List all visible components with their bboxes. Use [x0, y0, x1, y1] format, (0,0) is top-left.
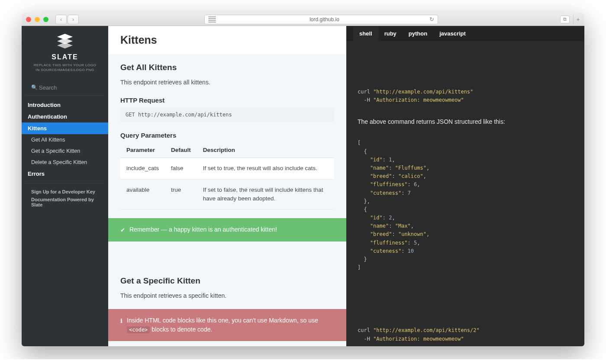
http-request-heading: HTTP Request [120, 97, 334, 104]
code-spacer [346, 280, 584, 319]
th-description: Description [197, 142, 334, 158]
section-get-all-kittens: Get All Kittens This endpoint retrieves … [108, 54, 346, 218]
close-icon[interactable] [26, 17, 31, 22]
lang-tab-javascript[interactable]: javascript [433, 26, 472, 41]
code-column: shell ruby python javascript curl "http:… [346, 26, 584, 346]
search-icon: 🔍 [31, 84, 38, 90]
maximize-icon[interactable] [43, 17, 48, 22]
toc-kittens-children: Get All Kittens Get a Specific Kitten De… [22, 134, 108, 168]
tabs-icon[interactable]: ⧉ [560, 16, 570, 23]
toc-introduction[interactable]: Introduction [22, 99, 108, 111]
lang-tab-ruby[interactable]: ruby [378, 26, 403, 41]
get-one-description: This endpoint retrieves a specific kitte… [120, 291, 334, 300]
inline-code: <code> [127, 326, 150, 333]
toc-delete-specific-kitten[interactable]: Delete a Specific Kitten [22, 157, 108, 168]
search-input[interactable] [30, 83, 100, 93]
get-one-heading: Get a Specific Kitten [120, 276, 334, 286]
lang-tabs: shell ruby python javascript [346, 26, 584, 41]
code-spacer [346, 41, 584, 80]
notice-warning-text: Inside HTML code blocks like this one, y… [127, 316, 334, 334]
td-desc: If set to true, the result will also inc… [197, 158, 334, 179]
info-icon: ℹ [120, 317, 122, 325]
lang-tab-python[interactable]: python [403, 26, 433, 41]
url-text: lord.github.io [219, 16, 429, 23]
query-params-table: Parameter Default Description include_ca… [120, 142, 334, 209]
browser-chrome: ‹ › lord.github.io ↻ ⧉ + [22, 13, 584, 26]
get-all-heading: Get All Kittens [120, 63, 334, 72]
browser-window: ‹ › lord.github.io ↻ ⧉ + SLATE REPLACE T… [22, 13, 584, 346]
notice-success-text: Remember — a happy kitten is an authenti… [129, 225, 277, 234]
section-get-specific-kitten: Get a Specific Kitten This endpoint retr… [108, 267, 346, 309]
logo-block: SLATE REPLACE THIS WITH YOUR LOGO IN SOU… [22, 26, 108, 77]
back-button[interactable]: ‹ [55, 15, 67, 24]
new-tab-icon[interactable]: + [573, 15, 580, 24]
forward-button[interactable]: › [68, 15, 79, 24]
td-desc: If set to false, the result will include… [197, 179, 334, 209]
search-wrap: 🔍 [25, 79, 105, 96]
toc-authentication[interactable]: Authentication [22, 111, 108, 122]
code-json-1: [ { "id": 1, "name": "Fluffums", "breed"… [346, 131, 584, 280]
check-icon: ✔ [120, 226, 125, 235]
td-default: false [165, 158, 197, 179]
sidebar: SLATE REPLACE THIS WITH YOUR LOGO IN SOU… [22, 26, 108, 346]
reload-icon[interactable]: ↻ [429, 16, 434, 23]
main[interactable]: Kittens Get All Kittens This endpoint re… [108, 26, 584, 346]
table-row: include_cats false If set to true, the r… [120, 158, 334, 179]
traffic-lights [26, 17, 48, 22]
toc-get-specific-kitten[interactable]: Get a Specific Kitten [22, 145, 108, 157]
table-header-row: Parameter Default Description [120, 142, 334, 158]
content-column: Kittens Get All Kittens This endpoint re… [108, 26, 346, 346]
th-default: Default [165, 142, 197, 158]
th-parameter: Parameter [120, 142, 165, 158]
reader-icon[interactable] [208, 16, 216, 23]
lang-tab-shell[interactable]: shell [353, 26, 378, 41]
toc-footer: Sign Up for a Developer Key Documentatio… [25, 183, 105, 213]
logo-subtitle: REPLACE THIS WITH YOUR LOGO IN SOURCE/IM… [26, 63, 104, 72]
http-request-code: GET http://example.com/api/kittens [120, 107, 334, 122]
td-default: true [165, 179, 197, 209]
toc-kittens[interactable]: Kittens [22, 122, 108, 134]
toc-get-all-kittens[interactable]: Get All Kittens [22, 134, 108, 145]
td-param: available [120, 179, 165, 209]
query-params-heading: Query Parameters [120, 132, 334, 139]
spacer [108, 242, 346, 267]
code-curl-1: curl "http://example.com/api/kittens" -H… [346, 80, 584, 112]
slate-logo-icon [56, 34, 74, 48]
minimize-icon[interactable] [35, 17, 40, 22]
section-kittens-header: Kittens [108, 26, 346, 54]
toc-footer-signup[interactable]: Sign Up for a Developer Key [31, 188, 99, 196]
app: SLATE REPLACE THIS WITH YOUR LOGO IN SOU… [22, 26, 584, 346]
url-bar[interactable]: lord.github.io ↻ [204, 15, 438, 24]
code-curl-2: curl "http://example.com/api/kittens/2" … [346, 319, 584, 346]
td-param: include_cats [120, 158, 165, 179]
page-title: Kittens [120, 34, 334, 46]
notice-success: ✔ Remember — a happy kitten is an authen… [108, 218, 346, 242]
toc-errors[interactable]: Errors [22, 168, 108, 180]
nav-buttons: ‹ › [55, 15, 79, 24]
get-all-description: This endpoint retrieves all kittens. [120, 77, 334, 87]
chrome-right: ⧉ + [560, 15, 580, 24]
notice-warning: ℹ Inside HTML code blocks like this one,… [108, 309, 346, 341]
url-bar-wrap: lord.github.io ↻ [86, 15, 557, 24]
code-caption-1: The above command returns JSON structure… [346, 112, 584, 131]
toc-footer-powered[interactable]: Documentation Powered by Slate [31, 196, 99, 209]
toc: Introduction Authentication Kittens Get … [22, 96, 108, 180]
logo-title: SLATE [26, 53, 104, 61]
table-row: available true If set to false, the resu… [120, 179, 334, 209]
